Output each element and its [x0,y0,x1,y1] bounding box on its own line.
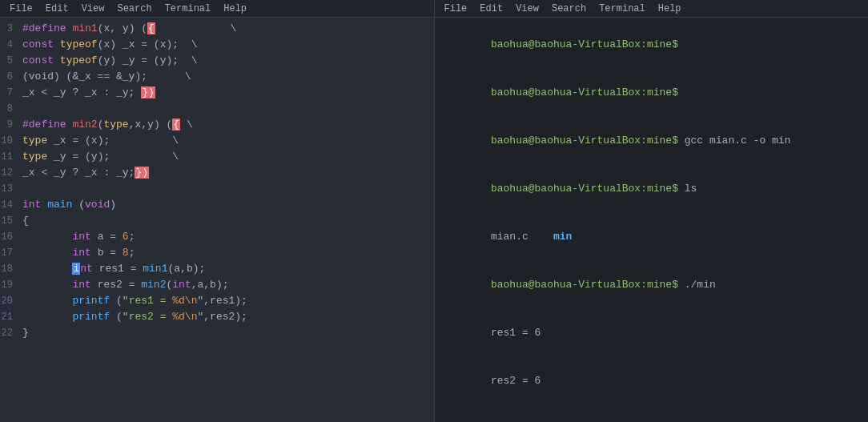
editor-menubar: File Edit View Search Terminal Help [0,0,434,18]
terminal-panel: File Edit View Search Terminal Help baoh… [435,0,869,422]
menu-view-term[interactable]: View [509,2,545,15]
terminal-line: baohua@baohua-VirtualBox:mine$ ls [441,165,862,213]
terminal-prompt-line: baohua@baohua-VirtualBox:mine$ [441,405,862,422]
code-line: 15 { [0,213,434,229]
menu-file[interactable]: File [3,2,39,15]
menu-view[interactable]: View [75,2,111,15]
code-line: 10 type _x = (x); \ [0,133,434,149]
terminal-line: mian.c min [441,213,862,261]
menu-file-term[interactable]: File [438,2,474,15]
code-line: 9 #define min2(type,x,y) ({ \ [0,117,434,133]
code-line: 14 int main (void) [0,197,434,213]
terminal-menubar: File Edit View Search Terminal Help [435,0,869,18]
terminal-line: baohua@baohua-VirtualBox:mine$ gcc mian.… [441,117,862,165]
menu-help-term[interactable]: Help [652,2,688,15]
editor-panel: File Edit View Search Terminal Help 3 #d… [0,0,435,422]
terminal-line: baohua@baohua-VirtualBox:mine$ ./min [441,261,862,309]
menu-terminal-term[interactable]: Terminal [593,2,652,15]
terminal-output[interactable]: baohua@baohua-VirtualBox:mine$ baohua@ba… [435,18,869,422]
code-line: 11 type _y = (y); \ [0,149,434,165]
code-line: 19 int res2 = min2(int,a,b); [0,277,434,293]
menu-edit[interactable]: Edit [39,2,75,15]
menu-search[interactable]: Search [111,2,158,15]
code-editor[interactable]: 3 #define min1(x, y) ({ \ 4 const typeof… [0,18,434,422]
code-line: 20 printf ("res1 = %d\n",res1); [0,293,434,309]
code-line: 7 _x < _y ? _x : _y; }) [0,85,434,101]
code-line: 21 printf ("res2 = %d\n",res2); [0,309,434,325]
code-line: 6 (void) (&_x == &_y); \ [0,69,434,85]
terminal-line: baohua@baohua-VirtualBox:mine$ [441,69,862,117]
terminal-line: res2 = 6 [441,357,862,405]
code-line: 17 int b = 8; [0,245,434,261]
terminal-line: res1 = 6 [441,309,862,357]
code-line: 13 [0,181,434,197]
menu-help[interactable]: Help [217,2,253,15]
code-line: 8 [0,101,434,117]
code-line: 3 #define min1(x, y) ({ \ [0,21,434,37]
menu-edit-term[interactable]: Edit [473,2,509,15]
main-layout: File Edit View Search Terminal Help 3 #d… [0,0,868,422]
code-line: 22 } [0,325,434,341]
code-line: 16 int a = 6; [0,229,434,245]
code-line: 18 int res1 = min1(a,b); [0,261,434,277]
code-line: 5 const typeof(y) _y = (y); \ [0,53,434,69]
code-line: 4 const typeof(x) _x = (x); \ [0,37,434,53]
code-line: 12 _x < _y ? _x : _y;}) [0,165,434,181]
menu-search-term[interactable]: Search [545,2,593,15]
terminal-line: baohua@baohua-VirtualBox:mine$ [441,21,862,69]
menu-terminal[interactable]: Terminal [159,2,218,15]
